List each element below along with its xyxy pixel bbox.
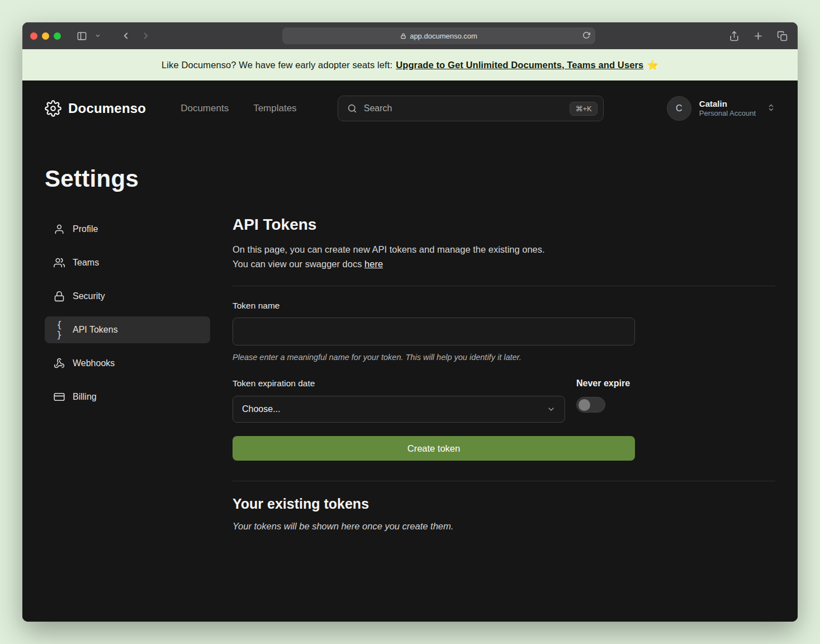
sidebar-item-api-tokens[interactable]: { } API Tokens	[45, 316, 210, 343]
brand-name: Documenso	[68, 101, 146, 116]
braces-icon: { }	[54, 320, 65, 340]
credit-card-icon	[54, 391, 65, 402]
new-tab-icon[interactable]	[751, 29, 766, 44]
settings-sidebar: Profile Teams Security { } API Tokens We…	[45, 216, 210, 532]
account-type: Personal Account	[699, 109, 756, 119]
app-header: Documenso Documents Templates Search ⌘+K…	[45, 80, 775, 136]
star-emoji: ⭐	[647, 60, 658, 70]
toggle-knob	[579, 399, 590, 411]
sidebar-item-security[interactable]: Security	[45, 283, 210, 310]
traffic-lights	[30, 32, 61, 40]
create-token-form: Token name Please enter a meaningful nam…	[233, 301, 635, 461]
search-shortcut-badge: ⌘+K	[570, 102, 597, 116]
refresh-icon[interactable]	[582, 31, 590, 39]
browser-chrome: app.documenso.com	[22, 22, 798, 49]
sidebar-item-teams[interactable]: Teams	[45, 249, 210, 276]
existing-tokens-empty-text: Your tokens will be shown here once you …	[233, 521, 775, 532]
sidebar-item-label: Profile	[73, 224, 98, 234]
nav-item-documents[interactable]: Documents	[181, 103, 229, 114]
zoom-window-button[interactable]	[54, 32, 61, 40]
account-name: Catalin	[699, 98, 756, 110]
url-text: app.documenso.com	[410, 32, 477, 40]
sidebar-item-label: Security	[73, 291, 105, 301]
webhook-icon	[54, 358, 65, 369]
nav-item-templates[interactable]: Templates	[253, 103, 296, 114]
search-placeholder: Search	[364, 103, 563, 113]
expiration-select[interactable]: Choose...	[233, 396, 565, 423]
documenso-logo-icon	[45, 100, 61, 117]
section-description-line2: You can view our swagger docs	[233, 259, 364, 269]
tab-overview-chevron-icon[interactable]	[93, 31, 103, 41]
tabs-copy-icon[interactable]	[775, 29, 790, 44]
users-icon	[54, 257, 65, 268]
sidebar-item-label: Teams	[73, 258, 99, 268]
minimize-window-button[interactable]	[42, 32, 49, 40]
never-expire-toggle[interactable]	[576, 397, 605, 413]
account-menu[interactable]: C Catalin Personal Account	[667, 96, 775, 121]
back-button[interactable]	[119, 29, 133, 43]
chevron-down-icon	[547, 405, 556, 414]
never-expire-label: Never expire	[576, 378, 635, 389]
sidebar-item-profile[interactable]: Profile	[45, 216, 210, 243]
promo-banner: Like Documenso? We have few early adopte…	[22, 49, 798, 80]
section-title: API Tokens	[233, 216, 775, 234]
token-name-hint: Please enter a meaningful name for your …	[233, 353, 635, 362]
expiration-label: Token expiration date	[233, 378, 565, 389]
sidebar-item-label: Webhooks	[73, 358, 115, 368]
brand-logo-link[interactable]: Documenso	[45, 100, 146, 117]
chevrons-up-down-icon	[767, 103, 775, 114]
section-description-line1: On this page, you can create new API tok…	[233, 243, 775, 257]
create-token-button[interactable]: Create token	[233, 436, 635, 461]
divider	[233, 286, 775, 286]
avatar: C	[667, 96, 691, 121]
page-title: Settings	[45, 165, 775, 192]
app-root: Documenso Documents Templates Search ⌘+K…	[22, 80, 798, 622]
upgrade-link[interactable]: Upgrade to Get Unlimited Documents, Team…	[396, 60, 643, 70]
settings-main: API Tokens On this page, you can create …	[233, 216, 775, 532]
token-name-label: Token name	[233, 301, 635, 311]
address-bar[interactable]: app.documenso.com	[282, 27, 595, 44]
lock-icon	[400, 33, 406, 39]
token-name-input[interactable]	[233, 318, 635, 345]
swagger-docs-link[interactable]: here	[364, 259, 383, 269]
expiration-selected-value: Choose...	[242, 404, 280, 414]
lock-icon	[54, 291, 65, 302]
top-nav: Documents Templates	[181, 103, 296, 114]
share-icon[interactable]	[727, 29, 742, 44]
browser-window: app.documenso.com Like Documenso? We hav…	[22, 22, 798, 622]
sidebar-item-billing[interactable]: Billing	[45, 383, 210, 410]
user-icon	[54, 224, 65, 235]
sidebar-item-label: Billing	[73, 392, 97, 402]
close-window-button[interactable]	[30, 32, 37, 40]
divider	[233, 481, 775, 481]
search-icon	[347, 103, 357, 113]
promo-text: Like Documenso? We have few early adopte…	[162, 60, 392, 70]
sidebar-item-label: API Tokens	[73, 325, 118, 335]
forward-button[interactable]	[139, 29, 153, 43]
existing-tokens-title: Your existing tokens	[233, 496, 775, 512]
sidebar-item-webhooks[interactable]: Webhooks	[45, 350, 210, 377]
search-input[interactable]: Search ⌘+K	[338, 96, 604, 121]
sidebar-toggle-icon[interactable]	[74, 29, 89, 44]
